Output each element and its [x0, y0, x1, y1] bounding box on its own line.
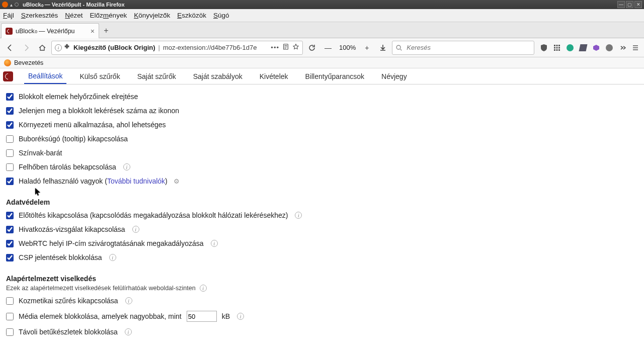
settings-scroll-area[interactable]: Blokkolt elemek helyőrzőinek elrejtéseJe…	[0, 84, 644, 350]
ubo-tab-6[interactable]: Névjegy	[377, 69, 411, 83]
default-0-checkbox[interactable]	[6, 297, 14, 305]
default-behavior-header: Alapértelmezett viselkedés	[6, 275, 638, 283]
extension-name: Kiegészítő (uBlock Origin)	[73, 44, 155, 51]
menu-nézet[interactable]: Nézet	[65, 12, 83, 19]
window-maximize-button[interactable]: ▢	[626, 1, 633, 8]
menu-fájl[interactable]: Fájl	[3, 12, 14, 19]
ext-dark-icon[interactable]	[578, 42, 589, 53]
privacy-0-checkbox[interactable]	[6, 212, 14, 219]
setting-label: Távoli betűkészletek blokkolása	[19, 328, 118, 336]
window-minimize-button[interactable]: —	[617, 1, 625, 8]
info-icon[interactable]: i	[109, 254, 116, 261]
menu-eszközök[interactable]: Eszközök	[177, 12, 206, 19]
general-0-checkbox[interactable]	[6, 93, 14, 101]
ublock-tab-icon	[6, 28, 13, 35]
ubo-tab-5[interactable]: Billentyűparancsok	[301, 69, 369, 83]
ubo-tab-0[interactable]: Beállítások	[24, 69, 66, 84]
menu-szerkesztés[interactable]: Szerkesztés	[21, 12, 58, 19]
ext-green-icon[interactable]	[565, 42, 576, 53]
bookmarks-bar: Bevezetés	[0, 57, 644, 68]
setting-label: Felhőben tárolás bekapcsolása	[19, 163, 116, 171]
ubo-tab-1[interactable]: Külső szűrők	[75, 69, 124, 83]
bookmark-star-icon[interactable]	[292, 43, 299, 52]
nav-back-button[interactable]	[3, 41, 17, 55]
menu-súgó[interactable]: Súgó	[213, 12, 229, 19]
svg-point-1	[396, 45, 400, 49]
svg-rect-2	[554, 45, 555, 46]
general-1-checkbox[interactable]	[6, 107, 14, 115]
svg-rect-7	[558, 47, 560, 48]
zoom-level[interactable]: 100%	[337, 44, 358, 51]
firefox-icon	[2, 2, 8, 8]
downloads-button[interactable]	[376, 41, 390, 55]
reload-button[interactable]	[305, 41, 319, 55]
browser-tab[interactable]: uBlock₀ — Vezérlőpu ×	[1, 23, 99, 38]
default-behavior-subtitle: Ezek az alapértelmezett viselkedések fel…	[6, 285, 638, 292]
privacy-header: Adatvédelem	[6, 198, 638, 206]
window-menu-icon[interactable]: ▴	[10, 2, 13, 8]
default-1-checkbox[interactable]	[6, 313, 14, 320]
os-titlebar: ▴ uBlock₀ — Vezérlőpult - Mozilla Firefo…	[0, 0, 644, 9]
info-icon[interactable]: i	[125, 328, 132, 335]
setting-label: Jelenjen meg a blokkolt lekérések száma …	[19, 107, 179, 115]
general-3-checkbox[interactable]	[6, 135, 14, 143]
window-close-button[interactable]: ✕	[634, 1, 642, 8]
page-actions-icon[interactable]: •••	[271, 44, 279, 51]
info-icon[interactable]: i	[132, 226, 139, 233]
window-title: uBlock₀ — Vezérlőpult - Mozilla Firefox	[23, 2, 125, 8]
window-menu-dot-icon[interactable]	[15, 3, 19, 7]
setting-label: Média elemek blokkolása, amelyek nagyobb…	[19, 312, 182, 320]
reader-mode-icon[interactable]	[282, 43, 289, 52]
zoom-in-button[interactable]: +	[360, 41, 374, 55]
info-icon[interactable]: i	[237, 313, 244, 320]
ublock-toolbar-icon[interactable]	[538, 42, 549, 53]
tab-close-button[interactable]: ×	[91, 27, 95, 35]
new-tab-button[interactable]: +	[99, 24, 113, 38]
info-icon[interactable]: i	[211, 240, 218, 247]
hamburger-menu-icon[interactable]	[630, 42, 641, 53]
bookmark-item-icon	[4, 59, 11, 66]
svg-rect-10	[558, 49, 560, 51]
search-input[interactable]	[406, 43, 531, 52]
menu-előzmények[interactable]: Előzmények	[90, 12, 127, 19]
apps-grid-icon[interactable]	[551, 42, 562, 53]
tab-label: uBlock₀ — Vezérlőpu	[16, 27, 88, 35]
zoom-out-button[interactable]: —	[321, 41, 335, 55]
gear-icon[interactable]: ⚙	[174, 178, 180, 185]
default-2-checkbox[interactable]	[6, 328, 14, 336]
info-icon[interactable]: i	[295, 212, 302, 219]
bookmark-item[interactable]: Bevezetés	[14, 59, 43, 66]
advanced-checkbox[interactable]	[6, 178, 14, 185]
tab-strip: uBlock₀ — Vezérlőpu × +	[0, 22, 644, 38]
overflow-icon[interactable]	[617, 42, 628, 53]
media-size-input[interactable]	[187, 311, 217, 322]
unit-label: kB	[222, 312, 230, 320]
search-bar[interactable]	[392, 41, 534, 55]
info-icon[interactable]: i	[200, 285, 207, 292]
ext-cube-icon[interactable]	[591, 42, 602, 53]
svg-rect-3	[556, 45, 558, 46]
general-4-checkbox[interactable]	[6, 149, 14, 157]
ubo-tab-3[interactable]: Saját szabályok	[189, 69, 247, 83]
url-bar[interactable]: i Kiegészítő (uBlock Origin) | moz-exten…	[51, 41, 303, 55]
privacy-3-checkbox[interactable]	[6, 254, 14, 261]
info-icon[interactable]: i	[123, 163, 130, 170]
privacy-2-checkbox[interactable]	[6, 240, 14, 247]
general-5-checkbox[interactable]	[6, 163, 14, 171]
ublock-tab-bar: BeállításokKülső szűrőkSaját szűrőkSaját…	[0, 68, 644, 84]
ubo-tab-2[interactable]: Saját szűrők	[133, 69, 180, 83]
setting-label: Haladó felhasználó vagyok (További tudni…	[19, 177, 168, 185]
info-icon[interactable]: i	[125, 297, 132, 304]
advanced-more-link[interactable]: További tudnivalók	[107, 177, 165, 185]
privacy-1-checkbox[interactable]	[6, 226, 14, 233]
site-info-icon[interactable]: i	[55, 44, 62, 51]
ubo-tab-4[interactable]: Kivételek	[256, 69, 292, 83]
setting-label: Környezeti menü alkalmazása, ahol lehets…	[19, 121, 166, 129]
nav-home-button[interactable]	[35, 41, 49, 55]
menu-könyvjelzők[interactable]: Könyvjelzők	[134, 12, 170, 19]
setting-label: Színvak-barát	[19, 149, 62, 157]
setting-label: WebRTC helyi IP-cím szivárogtatásának me…	[19, 239, 204, 247]
nav-forward-button[interactable]	[19, 41, 33, 55]
ext-gray-icon[interactable]	[604, 42, 615, 53]
general-2-checkbox[interactable]	[6, 121, 14, 129]
